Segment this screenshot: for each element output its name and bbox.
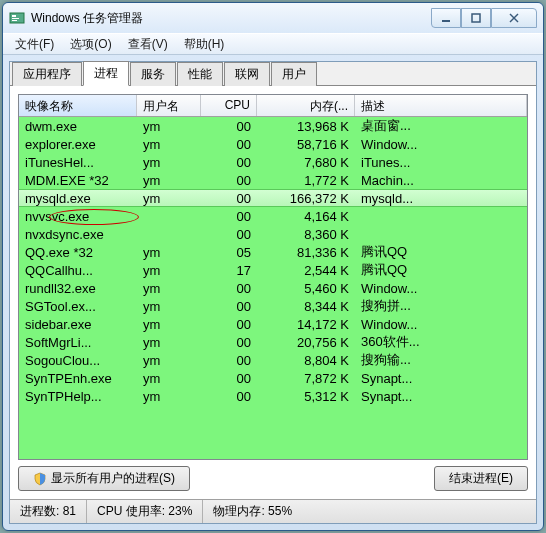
col-description[interactable]: 描述 (355, 95, 527, 116)
cell-image: QQ.exe *32 (19, 245, 137, 260)
cell-mem: 7,872 K (257, 371, 355, 386)
cell-image: SGTool.ex... (19, 299, 137, 314)
col-memory[interactable]: 内存(... (257, 95, 355, 116)
table-row[interactable]: SoftMgrLi...ym0020,756 K360软件... (19, 333, 527, 351)
app-icon (9, 10, 25, 26)
menu-view[interactable]: 查看(V) (120, 34, 176, 55)
cell-cpu: 00 (201, 173, 257, 188)
cell-cpu: 00 (201, 119, 257, 134)
cell-image: mysqld.exe (19, 191, 137, 206)
tab-performance[interactable]: 性能 (177, 62, 223, 86)
cell-mem: 58,716 K (257, 137, 355, 152)
col-user[interactable]: 用户名 (137, 95, 201, 116)
col-image-name[interactable]: 映像名称 (19, 95, 137, 116)
cell-desc: Synapt... (355, 389, 527, 404)
statusbar: 进程数: 81 CPU 使用率: 23% 物理内存: 55% (10, 499, 536, 523)
cell-cpu: 00 (201, 137, 257, 152)
table-row[interactable]: QQ.exe *32ym0581,336 K腾讯QQ (19, 243, 527, 261)
cell-cpu: 00 (201, 335, 257, 350)
cell-desc: Window... (355, 317, 527, 332)
cell-user: ym (137, 173, 201, 188)
col-cpu[interactable]: CPU (201, 95, 257, 116)
cell-cpu: 05 (201, 245, 257, 260)
cell-cpu: 00 (201, 209, 257, 224)
minimize-button[interactable] (431, 8, 461, 28)
cell-image: MDM.EXE *32 (19, 173, 137, 188)
cell-desc: 腾讯QQ (355, 261, 527, 279)
maximize-button[interactable] (461, 8, 491, 28)
table-row[interactable]: rundll32.exeym005,460 KWindow... (19, 279, 527, 297)
cell-cpu: 00 (201, 389, 257, 404)
cell-image: QQCallhu... (19, 263, 137, 278)
cell-mem: 8,344 K (257, 299, 355, 314)
table-row[interactable]: MDM.EXE *32ym001,772 KMachin... (19, 171, 527, 189)
table-row[interactable]: nvvsvc.exe004,164 K (19, 207, 527, 225)
tab-processes[interactable]: 进程 (83, 61, 129, 86)
cell-image: nvxdsync.exe (19, 227, 137, 242)
cell-user: ym (137, 299, 201, 314)
show-all-users-button[interactable]: 显示所有用户的进程(S) (18, 466, 190, 491)
cell-user: ym (137, 389, 201, 404)
cell-cpu: 00 (201, 155, 257, 170)
task-manager-window: Windows 任务管理器 文件(F) 选项(O) 查看(V) 帮助(H) 应用… (2, 2, 544, 531)
close-button[interactable] (491, 8, 537, 28)
cell-image: dwm.exe (19, 119, 137, 134)
cell-user: ym (137, 371, 201, 386)
cell-image: SoftMgrLi... (19, 335, 137, 350)
cell-user: ym (137, 317, 201, 332)
cell-cpu: 00 (201, 353, 257, 368)
table-row[interactable]: iTunesHel...ym007,680 KiTunes... (19, 153, 527, 171)
cell-cpu: 00 (201, 191, 257, 206)
cell-desc: 搜狗拼... (355, 297, 527, 315)
client-area: 应用程序 进程 服务 性能 联网 用户 映像名称 用户名 CPU 内存(... … (9, 61, 537, 524)
cell-cpu: 00 (201, 227, 257, 242)
cell-desc: mysqld... (355, 191, 527, 206)
cell-mem: 166,372 K (257, 191, 355, 206)
menu-file[interactable]: 文件(F) (7, 34, 62, 55)
end-process-button[interactable]: 结束进程(E) (434, 466, 528, 491)
cell-mem: 13,968 K (257, 119, 355, 134)
cell-image: explorer.exe (19, 137, 137, 152)
table-row[interactable]: SGTool.ex...ym008,344 K搜狗拼... (19, 297, 527, 315)
cell-desc: Machin... (355, 173, 527, 188)
table-row[interactable]: SynTPHelp...ym005,312 KSynapt... (19, 387, 527, 405)
shield-icon (33, 472, 47, 486)
cell-desc: 腾讯QQ (355, 243, 527, 261)
table-row[interactable]: dwm.exeym0013,968 K桌面窗... (19, 117, 527, 135)
table-row[interactable]: SynTPEnh.exeym007,872 KSynapt... (19, 369, 527, 387)
cell-mem: 8,360 K (257, 227, 355, 242)
svg-rect-1 (12, 15, 16, 17)
cell-image: sidebar.exe (19, 317, 137, 332)
table-row[interactable]: explorer.exeym0058,716 KWindow... (19, 135, 527, 153)
menu-options[interactable]: 选项(O) (62, 34, 119, 55)
table-row[interactable]: QQCallhu...ym172,544 K腾讯QQ (19, 261, 527, 279)
cell-mem: 8,804 K (257, 353, 355, 368)
tab-applications[interactable]: 应用程序 (12, 62, 82, 86)
table-row[interactable]: SogouClou...ym008,804 K搜狗输... (19, 351, 527, 369)
titlebar[interactable]: Windows 任务管理器 (3, 3, 543, 33)
status-process-count: 进程数: 81 (10, 500, 87, 523)
tab-users[interactable]: 用户 (271, 62, 317, 86)
end-process-label: 结束进程(E) (449, 470, 513, 487)
cell-user: ym (137, 353, 201, 368)
cell-cpu: 00 (201, 299, 257, 314)
table-row[interactable]: mysqld.exeym00166,372 Kmysqld... (19, 189, 527, 207)
cell-cpu: 00 (201, 371, 257, 386)
tab-content: 映像名称 用户名 CPU 内存(... 描述 dwm.exeym0013,968… (10, 86, 536, 499)
cell-user: ym (137, 191, 201, 206)
cell-image: rundll32.exe (19, 281, 137, 296)
tab-networking[interactable]: 联网 (224, 62, 270, 86)
cell-user: ym (137, 119, 201, 134)
menu-help[interactable]: 帮助(H) (176, 34, 233, 55)
cell-desc: Window... (355, 281, 527, 296)
show-all-label: 显示所有用户的进程(S) (51, 470, 175, 487)
cell-image: SogouClou... (19, 353, 137, 368)
table-row[interactable]: sidebar.exeym0014,172 KWindow... (19, 315, 527, 333)
cell-image: nvvsvc.exe (19, 209, 137, 224)
menubar: 文件(F) 选项(O) 查看(V) 帮助(H) (3, 33, 543, 55)
table-body[interactable]: dwm.exeym0013,968 K桌面窗...explorer.exeym0… (19, 117, 527, 459)
tab-services[interactable]: 服务 (130, 62, 176, 86)
cell-mem: 5,460 K (257, 281, 355, 296)
cell-mem: 20,756 K (257, 335, 355, 350)
table-row[interactable]: nvxdsync.exe008,360 K (19, 225, 527, 243)
